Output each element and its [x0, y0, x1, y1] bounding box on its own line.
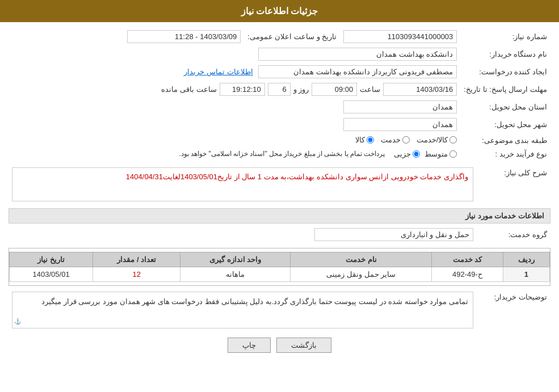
cat-radio-goods-service[interactable]	[449, 136, 457, 144]
proc-radio-medium[interactable]	[449, 150, 457, 158]
deadline-remaining: 19:12:10	[220, 83, 265, 96]
contact-link[interactable]: اطلاعات تماس خریدار	[184, 68, 253, 76]
proc-label-partial: جزیی	[394, 150, 411, 158]
response-deadline-label: مهلت ارسال پاسخ: تا تاریخ:	[460, 81, 550, 98]
cat-radio-goods[interactable]	[367, 136, 374, 144]
cat-label-goods: کالا	[355, 136, 365, 144]
buyer-notes-value: تمامی موارد خواسته شده در لیست پیوست حتم…	[12, 292, 473, 328]
cat-radio-service[interactable]	[402, 136, 410, 144]
col-header-num: ردیف	[503, 252, 549, 267]
announce-date-value: 1403/03/09 - 11:28	[127, 30, 241, 43]
proc-radio-partial[interactable]	[413, 150, 420, 158]
city-label: شهر محل تحویل:	[460, 116, 550, 133]
cell-date: 1403/05/01	[10, 267, 93, 282]
info-table: شماره نیاز: 1103093441000003 تاریخ و ساع…	[9, 28, 550, 161]
deadline-time-label: ساعت	[360, 85, 380, 94]
need-desc-value: واگذاری خدمات خودرویی ازانس سواری دانشکد…	[12, 167, 473, 201]
cat-option-goods-service[interactable]: کالا/خدمت	[417, 136, 457, 144]
buyer-notes-label: توضیحات خریدار:	[477, 289, 550, 331]
org-name-label: نام دستگاه خریدار:	[460, 45, 550, 63]
col-header-date: تاریخ نیاز	[10, 252, 93, 267]
buyer-notes-section: توضیحات خریدار: تمامی موارد خواسته شده د…	[9, 289, 550, 331]
deadline-time: 09:00	[312, 83, 357, 96]
need-desc-section: شرح کلی نیاز: واگذاری خدمات خودرویی ازان…	[9, 165, 550, 204]
cell-unit: ماهانه	[180, 267, 291, 282]
need-number-value: 1103093441000003	[343, 30, 457, 43]
col-header-name: نام خدمت	[291, 252, 432, 267]
proc-note: پرداخت تمام یا بخشی از مبلغ خریداز محل "…	[179, 150, 385, 158]
service-info-header: اطلاعات خدمات مورد نیاز	[9, 208, 550, 224]
cat-option-goods[interactable]: کالا	[355, 136, 374, 144]
deadline-date: 1403/03/16	[383, 83, 457, 96]
cell-num: 1	[503, 267, 549, 282]
announce-date-label: تاریخ و ساعت اعلان عمومی:	[244, 28, 340, 45]
cell-code: ح-49-492	[432, 267, 503, 282]
proc-option-partial[interactable]: جزیی	[394, 150, 420, 158]
deadline-remaining-label: ساعت باقی مانده	[161, 85, 216, 94]
category-radio-group: کالا/خدمت خدمت کالا	[355, 136, 457, 144]
page-header: جزئیات اطلاعات نیاز	[0, 0, 559, 22]
process-radio-group: متوسط جزیی	[394, 150, 457, 158]
col-header-code: کد خدمت	[432, 252, 503, 267]
proc-label-medium: متوسط	[424, 150, 448, 158]
province-label: استان محل تحویل:	[460, 98, 550, 116]
proc-option-medium[interactable]: متوسط	[424, 150, 457, 158]
notes-anchor-icon: ⚓	[14, 317, 21, 326]
col-header-unit: واحد اندازه گیری	[180, 252, 291, 267]
table-row: 1 ح-49-492 سایر حمل ونقل زمینی ماهانه 12…	[10, 267, 550, 282]
service-group-table: گروه خدمت: حمل و نقل و انبارداری	[9, 226, 550, 243]
service-group-label: گروه خدمت:	[477, 226, 550, 243]
cell-qty: 12	[93, 267, 180, 282]
org-name-value: دانشکده بهداشت همدان	[258, 48, 457, 61]
page-title: جزئیات اطلاعات نیاز	[241, 6, 318, 16]
cat-label-goods-service: کالا/خدمت	[417, 136, 448, 144]
need-desc-label: شرح کلی نیاز:	[477, 165, 550, 204]
print-button[interactable]: چاپ	[228, 338, 271, 353]
process-label: نوع فرآیند خرید :	[460, 147, 550, 161]
need-number-label: شماره نیاز:	[460, 28, 550, 45]
cat-option-service[interactable]: خدمت	[381, 136, 410, 144]
province-value: همدان	[343, 100, 457, 113]
col-header-qty: تعداد / مقدار	[93, 252, 180, 267]
service-group-value: حمل و نقل و انبارداری	[314, 228, 473, 241]
cat-label-service: خدمت	[381, 136, 401, 144]
service-table: ردیف کد خدمت نام خدمت واحد اندازه گیری ت…	[9, 252, 550, 282]
creator-label: ایجاد کننده درخواست:	[460, 63, 550, 81]
buttons-row: بازگشت چاپ	[9, 338, 550, 353]
deadline-days: 6	[268, 83, 291, 96]
back-button[interactable]: بازگشت	[276, 338, 331, 353]
deadline-days-label: روز و	[293, 85, 309, 94]
city-value: همدان	[343, 118, 457, 131]
service-table-container: ردیف کد خدمت نام خدمت واحد اندازه گیری ت…	[9, 248, 550, 286]
creator-value: مصطفی فریدونی کاربرداز دانشکده بهداشت هم…	[258, 65, 457, 78]
category-label: طبقه بندی موضوعی:	[460, 133, 550, 147]
cell-name: سایر حمل ونقل زمینی	[291, 267, 432, 282]
buyer-notes-text: تمامی موارد خواسته شده در لیست پیوست حتم…	[41, 297, 468, 306]
